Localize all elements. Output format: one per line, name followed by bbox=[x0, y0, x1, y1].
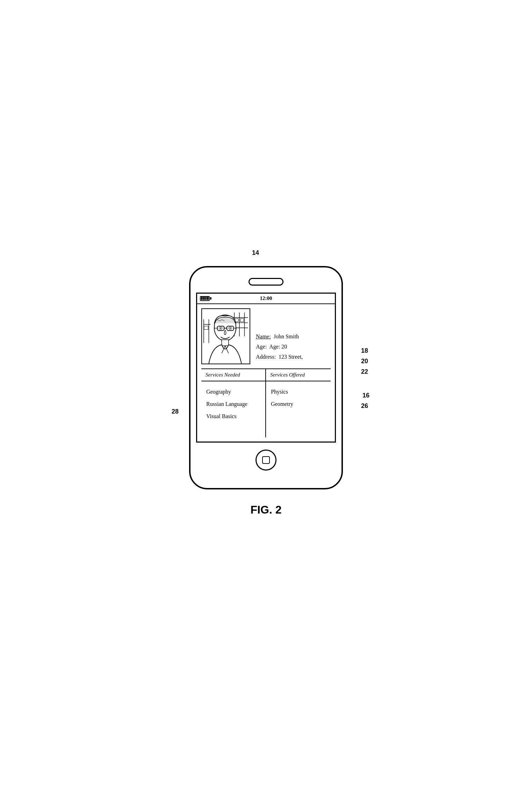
services-header: Services Needed Services Offered bbox=[201, 369, 331, 381]
list-item: Physics bbox=[271, 386, 326, 398]
profile-info: Name: John Smith Age: Age: 20 Address: 1… bbox=[256, 308, 331, 364]
services-needed-col: Geography Russian Language Visual Basics bbox=[201, 381, 266, 437]
svg-rect-23 bbox=[222, 339, 228, 345]
annotation-20: 20 bbox=[361, 358, 368, 365]
age-row: Age: Age: 20 bbox=[256, 342, 331, 352]
services-offered-col: Physics Geometry bbox=[266, 381, 331, 437]
home-button-inner bbox=[262, 456, 270, 464]
battery-tip bbox=[210, 297, 211, 300]
screen-content: Name: John Smith Age: Age: 20 Address: 1… bbox=[197, 304, 335, 442]
diagram-wrapper: 14 16 18 20 22 24 26 28 bbox=[189, 266, 343, 489]
services-section: Services Needed Services Offered Geograp… bbox=[201, 368, 331, 437]
status-bar: 12:00 bbox=[197, 294, 335, 304]
list-item: Russian Language bbox=[206, 398, 260, 410]
annotation-22: 22 bbox=[361, 368, 368, 375]
profile-top: Name: John Smith Age: Age: 20 Address: 1… bbox=[201, 308, 331, 364]
age-value: Age: 20 bbox=[269, 344, 287, 350]
annotation-16: 16 bbox=[362, 392, 369, 399]
name-row: Name: John Smith bbox=[256, 332, 331, 342]
page-container: 14 16 18 20 22 24 26 28 bbox=[182, 252, 350, 537]
list-item: Geometry bbox=[271, 398, 326, 410]
phone-screen: 12:00 bbox=[196, 293, 336, 443]
address-label: Address: bbox=[256, 354, 276, 360]
battery-cell-3 bbox=[205, 297, 207, 300]
list-item: Visual Basics bbox=[206, 410, 260, 422]
status-time: 12:00 bbox=[260, 295, 272, 301]
phone-body: 12:00 bbox=[189, 266, 343, 489]
annotation-18: 18 bbox=[361, 347, 368, 354]
battery-cell-1 bbox=[201, 297, 203, 300]
svg-point-22 bbox=[230, 327, 231, 329]
address-row: Address: 123 Street, bbox=[256, 352, 331, 362]
figure-caption: FIG. 2 bbox=[251, 503, 282, 516]
battery-icon bbox=[200, 296, 211, 301]
address-value: 123 Street, bbox=[279, 354, 303, 360]
svg-point-21 bbox=[220, 327, 221, 329]
battery-cell-2 bbox=[203, 297, 205, 300]
name-label: Name: bbox=[256, 333, 271, 339]
avatar-box bbox=[201, 308, 250, 364]
battery-body bbox=[200, 296, 210, 301]
services-needed-header: Services Needed bbox=[201, 369, 266, 381]
home-button[interactable] bbox=[256, 450, 276, 471]
name-value: John Smith bbox=[274, 333, 299, 339]
annotation-28: 28 bbox=[172, 408, 179, 415]
age-label: Age: bbox=[256, 344, 267, 350]
annotation-14: 14 bbox=[252, 249, 259, 257]
services-offered-header: Services Offered bbox=[266, 369, 331, 381]
list-item: Geography bbox=[206, 386, 260, 398]
annotation-26: 26 bbox=[361, 402, 368, 410]
avatar-svg bbox=[202, 309, 250, 364]
services-body: Geography Russian Language Visual Basics… bbox=[201, 381, 331, 437]
phone-speaker bbox=[249, 278, 283, 286]
battery-cell-4 bbox=[207, 297, 209, 300]
